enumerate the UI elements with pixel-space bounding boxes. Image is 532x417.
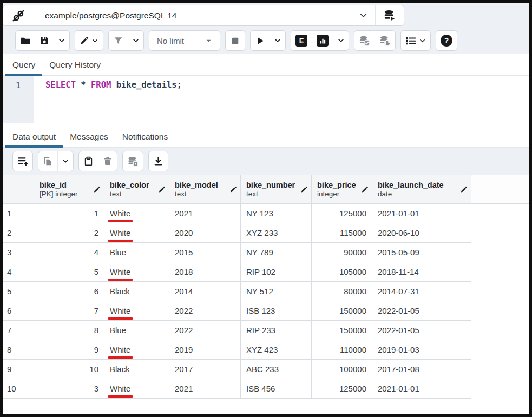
add-row-button[interactable] bbox=[13, 151, 32, 171]
cell-bike_number[interactable]: ABC 233 bbox=[241, 360, 312, 379]
help-button[interactable]: ? bbox=[436, 31, 457, 50]
explain-options-caret-icon[interactable] bbox=[333, 31, 349, 50]
cell-bike_model[interactable]: 2019 bbox=[169, 340, 241, 360]
cell-bike_color[interactable]: Black bbox=[104, 360, 169, 379]
connection-selector[interactable]: example/postgres@PostgreSQL 14 bbox=[3, 5, 404, 26]
cell-bike_launch_date[interactable]: 2015-05-09 bbox=[372, 243, 471, 262]
cell-bike_color[interactable]: Blue bbox=[104, 243, 169, 262]
delete-row-button[interactable] bbox=[98, 151, 117, 171]
cell-bike_launch_date[interactable]: 2021-01-01 bbox=[372, 204, 471, 223]
cell-bike_number[interactable]: XYZ 233 bbox=[241, 223, 312, 243]
cell-bike_price[interactable]: 80000 bbox=[312, 282, 372, 301]
cell-bike_launch_date[interactable]: 2018-11-14 bbox=[372, 262, 471, 282]
row-number-cell[interactable]: 9 bbox=[3, 360, 34, 379]
copy-options-caret-icon[interactable] bbox=[58, 151, 73, 171]
commit-button[interactable] bbox=[354, 31, 375, 50]
stop-button[interactable] bbox=[226, 31, 245, 50]
cell-bike_number[interactable]: RIP 102 bbox=[241, 262, 312, 282]
row-limit-select[interactable]: No limit bbox=[149, 31, 220, 50]
cell-bike_number[interactable]: ISB 123 bbox=[241, 301, 312, 321]
cell-bike_model[interactable]: 2021 bbox=[169, 204, 241, 223]
cell-bike_launch_date[interactable]: 2017-01-08 bbox=[372, 360, 471, 379]
cell-bike_launch_date[interactable]: 2022-01-05 bbox=[372, 301, 471, 321]
cell-bike_model[interactable]: 2018 bbox=[169, 262, 241, 282]
cell-bike_id[interactable]: 7 bbox=[34, 301, 104, 321]
cell-bike_number[interactable]: NY 512 bbox=[241, 282, 312, 301]
row-number-cell[interactable]: 10 bbox=[3, 379, 34, 399]
macros-button[interactable] bbox=[401, 31, 430, 50]
cell-bike_model[interactable]: 2015 bbox=[169, 243, 241, 262]
column-header-bike_color[interactable]: bike_colortext bbox=[104, 175, 169, 204]
cell-bike_price[interactable]: 150000 bbox=[312, 301, 372, 321]
explain-analyze-button[interactable] bbox=[312, 31, 333, 50]
cell-bike_number[interactable]: ISB 456 bbox=[241, 379, 312, 399]
cell-bike_id[interactable]: 9 bbox=[34, 340, 104, 360]
cell-bike_price[interactable]: 125000 bbox=[312, 204, 372, 223]
cell-bike_id[interactable]: 3 bbox=[34, 379, 104, 399]
column-header-bike_id[interactable]: bike_id[PK] integer bbox=[34, 175, 104, 204]
tab-query-history[interactable]: Query History bbox=[42, 54, 108, 75]
cell-bike_model[interactable]: 2014 bbox=[169, 282, 241, 301]
tab-data-output[interactable]: Data output bbox=[5, 126, 63, 147]
cell-bike_color[interactable]: Blue bbox=[104, 321, 169, 340]
row-number-cell[interactable]: 3 bbox=[3, 243, 34, 262]
explain-button[interactable]: E bbox=[291, 31, 312, 50]
cell-bike_id[interactable]: 2 bbox=[34, 223, 104, 243]
cell-bike_model[interactable]: 2022 bbox=[169, 321, 241, 340]
cell-bike_color[interactable]: Black bbox=[104, 282, 169, 301]
cell-bike_color[interactable]: White bbox=[104, 340, 169, 360]
save-data-changes-button[interactable] bbox=[123, 151, 143, 171]
tab-messages[interactable]: Messages bbox=[63, 126, 115, 147]
cell-bike_number[interactable]: NY 789 bbox=[241, 243, 312, 262]
cell-bike_number[interactable]: RIP 233 bbox=[241, 321, 312, 340]
cell-bike_color[interactable]: White bbox=[104, 262, 169, 282]
cell-bike_model[interactable]: 2017 bbox=[169, 360, 241, 379]
row-number-cell[interactable]: 7 bbox=[3, 321, 34, 340]
select-all-corner-cell[interactable] bbox=[3, 175, 34, 204]
cell-bike_launch_date[interactable]: 2022-01-05 bbox=[372, 321, 471, 340]
cell-bike_color[interactable]: White bbox=[104, 379, 169, 399]
cell-bike_id[interactable]: 1 bbox=[34, 204, 104, 223]
cell-bike_launch_date[interactable]: 2019-01-03 bbox=[372, 340, 471, 360]
cell-bike_price[interactable]: 150000 bbox=[312, 321, 372, 340]
column-header-bike_number[interactable]: bike_numbertext bbox=[241, 175, 312, 204]
cell-bike_model[interactable]: 2020 bbox=[169, 223, 241, 243]
edit-menu-button[interactable] bbox=[75, 31, 103, 50]
row-number-cell[interactable]: 1 bbox=[3, 204, 34, 223]
cell-bike_id[interactable]: 8 bbox=[34, 321, 104, 340]
cell-bike_color[interactable]: White bbox=[104, 223, 169, 243]
row-number-cell[interactable]: 8 bbox=[3, 340, 34, 360]
connection-dropdown-caret-icon[interactable] bbox=[351, 5, 375, 25]
cell-bike_color[interactable]: White bbox=[104, 301, 169, 321]
cell-bike_id[interactable]: 10 bbox=[34, 360, 104, 379]
row-number-cell[interactable]: 5 bbox=[3, 282, 34, 301]
column-header-bike_model[interactable]: bike_modeltext bbox=[169, 175, 241, 204]
tab-query[interactable]: Query bbox=[5, 54, 42, 75]
cell-bike_id[interactable]: 6 bbox=[34, 282, 104, 301]
cell-bike_price[interactable]: 90000 bbox=[312, 243, 372, 262]
rollback-button[interactable] bbox=[375, 31, 395, 50]
open-file-button[interactable] bbox=[16, 31, 35, 50]
cell-bike_number[interactable]: NY 123 bbox=[241, 204, 312, 223]
column-header-bike_launch_date[interactable]: bike_launch_datedate bbox=[372, 175, 471, 204]
cell-bike_launch_date[interactable]: 2021-01-01 bbox=[372, 379, 471, 399]
tab-notifications[interactable]: Notifications bbox=[115, 126, 175, 147]
cell-bike_price[interactable]: 105000 bbox=[312, 262, 372, 282]
cell-bike_id[interactable]: 5 bbox=[34, 262, 104, 282]
paste-button[interactable] bbox=[79, 151, 98, 171]
cell-bike_model[interactable]: 2022 bbox=[169, 301, 241, 321]
execute-button[interactable] bbox=[251, 31, 270, 50]
cell-bike_price[interactable]: 115000 bbox=[312, 223, 372, 243]
cell-bike_price[interactable]: 100000 bbox=[312, 360, 372, 379]
row-number-cell[interactable]: 4 bbox=[3, 262, 34, 282]
column-header-bike_price[interactable]: bike_priceinteger bbox=[312, 175, 372, 204]
cell-bike_launch_date[interactable]: 2020-06-10 bbox=[372, 223, 471, 243]
cell-bike_price[interactable]: 110000 bbox=[312, 340, 372, 360]
download-results-button[interactable] bbox=[149, 151, 168, 171]
save-file-button[interactable] bbox=[35, 31, 54, 50]
row-number-cell[interactable]: 6 bbox=[3, 301, 34, 321]
execute-options-caret-icon[interactable] bbox=[270, 31, 285, 50]
filter-options-caret-icon[interactable] bbox=[128, 31, 143, 50]
sql-code[interactable]: SELECT * FROM bike_details; bbox=[34, 76, 182, 123]
new-connection-button[interactable] bbox=[375, 5, 404, 25]
